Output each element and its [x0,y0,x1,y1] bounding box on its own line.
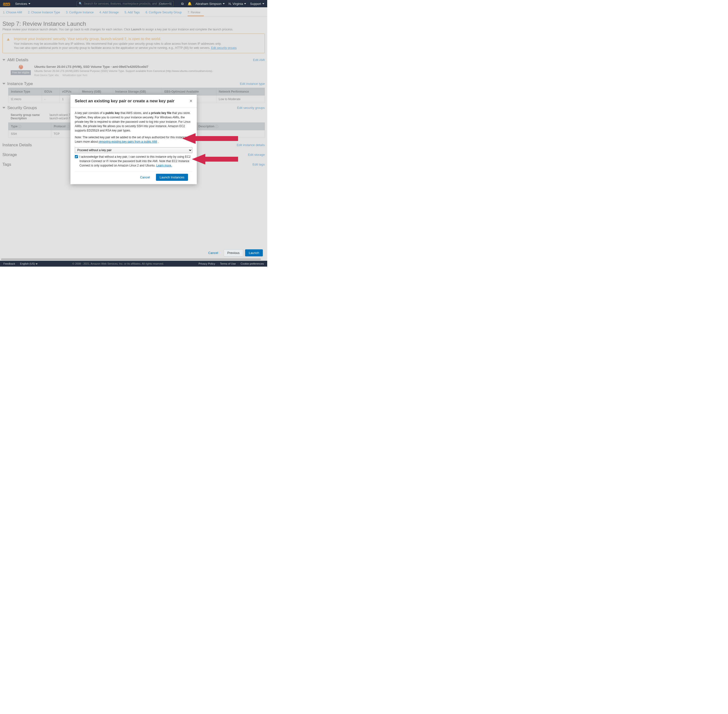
wizard-steps: 1. Choose AMI 2. Choose Instance Type 3.… [0,7,267,16]
edit-instance-type-link[interactable]: Edit instance type [240,82,265,86]
global-search[interactable]: 🔍 [Option+S] [76,1,174,6]
wizard-step-4[interactable]: 4. Add Storage [99,9,122,16]
search-input[interactable] [84,2,158,5]
cloudshell-icon[interactable]: ⧉ [181,2,184,6]
edit-ami-link[interactable]: Edit AMI [253,58,265,62]
cancel-button[interactable]: Cancel [205,249,222,256]
ubuntu-icon [19,65,23,69]
annotation-arrow-launch [192,152,250,166]
acknowledge-checkbox[interactable] [75,155,78,158]
wizard-step-6[interactable]: 6. Configure Security Group [145,9,185,16]
region-label: N. Virginia [229,2,243,6]
horizontal-scrollbar[interactable] [1,258,266,260]
svg-marker-1 [192,154,238,165]
search-icon: 🔍 [79,2,82,5]
col-vcpus: vCPUs [60,88,79,95]
acknowledge-row: I acknowledge that without a key pair, I… [75,154,192,168]
ami-root-device: Root Device Type: ebs [34,74,58,76]
support-label: Support [250,2,261,6]
col-network: Network Performance [216,88,265,95]
key-pair-modal: Select an existing key pair or create a … [70,95,197,184]
modal-cancel-button[interactable]: Cancel [136,174,154,181]
sg-desc-label: Description [11,117,49,120]
chevron-down-icon [262,3,264,4]
alert-line-2: You can also open additional ports in yo… [14,46,211,50]
previous-button[interactable]: Previous [224,249,243,256]
col-storage: Instance Storage (GB) [113,88,162,95]
col-ecus: ECUs [42,88,60,95]
services-menu[interactable]: Services [15,2,30,6]
account-menu[interactable]: Abraham Simpson [196,2,225,6]
instance-type-section-title: Instance Type [7,81,240,86]
collapse-toggle-icon[interactable] [2,59,5,61]
wizard-step-2[interactable]: 2. Choose Instance Type [28,9,64,16]
edit-instance-details-link[interactable]: Edit instance details [237,143,265,147]
security-alert: ▲ Improve your instances' security. Your… [2,33,265,53]
key-pair-select[interactable]: Proceed without a key pair [75,147,192,153]
launch-instances-button[interactable]: Launch Instances [156,174,188,181]
collapse-toggle-icon[interactable] [2,107,5,109]
alert-line-1: Your instances may be accessible from an… [14,42,237,46]
wizard-step-5[interactable]: 5. Add Tags [124,9,143,16]
bottom-buttons: Cancel Previous Launch [205,249,263,256]
col-ebs-opt: EBS-Optimized Available [162,88,216,95]
copyright: © 2008 - 2021, Amazon Web Services, Inc.… [37,262,198,265]
chevron-down-icon [223,3,225,4]
collapse-toggle-icon[interactable] [2,83,5,85]
wizard-step-7[interactable]: 7. Review [187,9,204,16]
info-icon[interactable]: i [215,125,219,128]
bell-icon[interactable]: 🔔 [187,2,192,6]
footer: Feedback English (US) © 2008 - 2021, Ama… [0,261,267,267]
aws-logo[interactable]: aws [3,2,10,6]
chevron-down-icon [244,3,246,4]
search-shortcut: [Option+S] [159,2,171,5]
col-memory: Memory (GiB) [79,88,113,95]
chevron-down-icon [28,3,30,4]
privacy-link[interactable]: Privacy Policy [198,262,215,265]
account-label: Abraham Simpson [196,2,222,6]
launch-button[interactable]: Launch [245,249,263,256]
language-selector[interactable]: English (US) [20,262,37,265]
ami-description: Ubuntu Server 20.04 LTS (HVM),EBS Genera… [34,69,213,72]
ami-name: Ubuntu Server 20.04 LTS (HVM), SSD Volum… [34,65,213,69]
modal-description: A key pair consists of a public key that… [75,111,192,133]
region-menu[interactable]: N. Virginia [229,2,246,6]
col-type: Typei [9,123,51,130]
feedback-link[interactable]: Feedback [3,262,15,265]
warning-icon: ▲ [6,37,10,50]
wizard-step-1[interactable]: 1. Choose AMI [3,9,25,16]
learn-more-link[interactable]: Learn more. [156,164,172,167]
info-icon[interactable]: i [18,125,21,128]
cookie-link[interactable]: Cookie preferences [241,262,264,265]
modal-title: Select an existing key pair or create a … [75,99,189,104]
removing-keypairs-link[interactable]: removing existing key pairs from a publi… [99,140,157,143]
svg-marker-0 [182,133,238,144]
terms-link[interactable]: Terms of Use [220,262,236,265]
annotation-arrow-select [182,131,241,146]
modal-note: Note: The selected key pair will be adde… [75,135,192,144]
services-label: Services [15,2,27,6]
sg-name-label: Security group name [11,113,49,117]
edit-tags-link[interactable]: Edit tags [252,163,265,166]
aws-header: aws Services 🔍 [Option+S] ⧉ 🔔 Abraham Si… [0,0,267,7]
alert-title: Improve your instances' security. Your s… [14,37,237,41]
chevron-down-icon [36,263,37,265]
wizard-step-3[interactable]: 3. Configure Instance [66,9,97,16]
ami-details: Free tier eligible Ubuntu Server 20.04 L… [2,64,265,79]
close-icon[interactable]: × [189,98,192,104]
col-description: Descriptioni [196,123,265,130]
page-title: Step 7: Review Instance Launch [2,20,265,27]
free-tier-badge: Free tier eligible [11,70,31,75]
edit-security-groups-link-2[interactable]: Edit security groups [237,106,265,110]
page-subtitle: Please review your instance launch detai… [2,28,265,31]
support-menu[interactable]: Support [250,2,264,6]
acknowledge-text: I acknowledge that without a key pair, I… [79,154,192,168]
ami-virtualization: Virtualization type: hvm [62,74,87,76]
ami-section-title: AMI Details [7,58,253,63]
edit-storage-link[interactable]: Edit storage [248,153,265,156]
info-icon[interactable]: i [66,125,69,128]
edit-security-groups-link[interactable]: Edit security groups [211,46,237,50]
col-instance-type: Instance Type [9,88,42,95]
sg-name-value: launch-wizard-7 [49,113,70,117]
